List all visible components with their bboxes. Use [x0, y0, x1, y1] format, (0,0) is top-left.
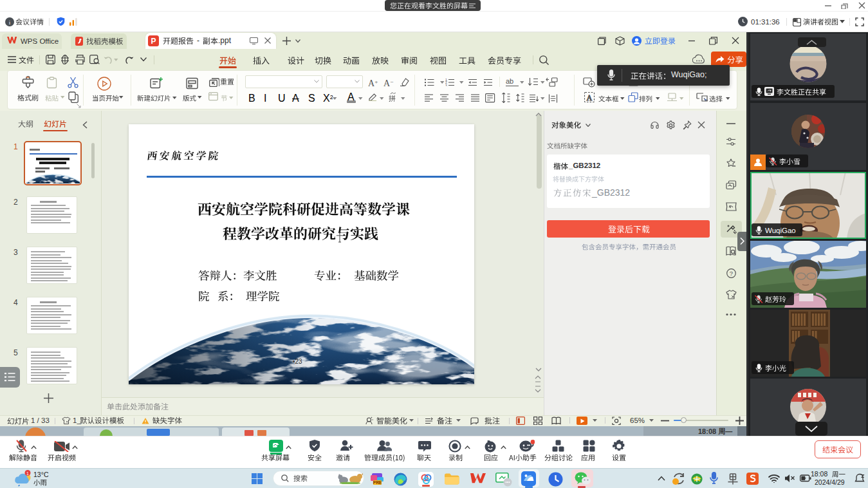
svg-text:PRE: PRE [373, 480, 382, 485]
svg-text:3: 3 [445, 84, 447, 87]
svg-text:1: 1 [26, 471, 29, 476]
svg-text:?: ? [730, 270, 733, 277]
svg-text:P: P [151, 37, 156, 46]
svg-text:A: A [587, 94, 593, 102]
